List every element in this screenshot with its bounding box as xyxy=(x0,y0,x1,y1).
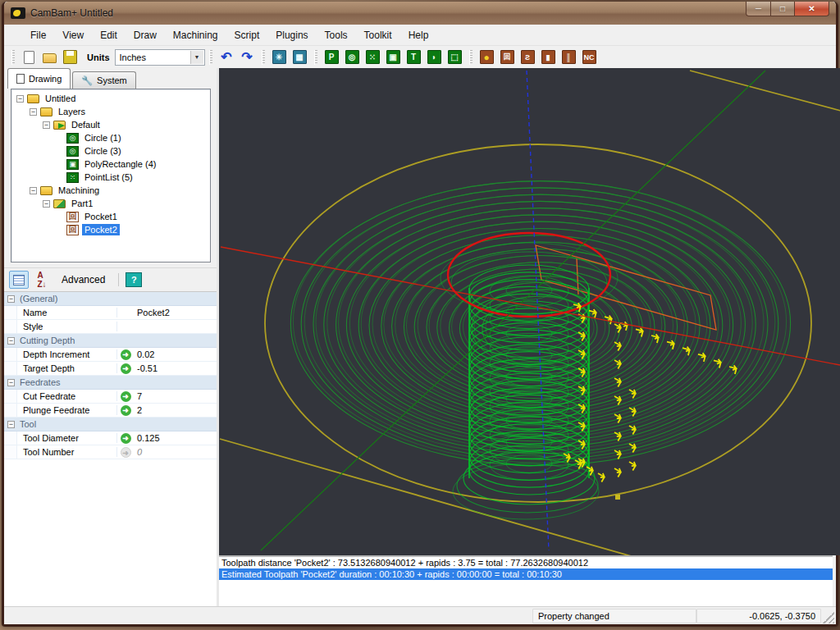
property-value[interactable]: -0.51 xyxy=(134,363,217,373)
maximize-button[interactable]: □ xyxy=(770,2,795,16)
property-value[interactable]: 7 xyxy=(134,391,217,401)
property-category[interactable]: −Feedrates xyxy=(4,376,217,390)
property-row-target-depth[interactable]: Target Depth➜-0.51 xyxy=(4,362,217,376)
units-combobox[interactable]: Inches▼ xyxy=(115,49,205,66)
draw-surface-button[interactable]: ◗ xyxy=(425,48,444,66)
mop-profile-button[interactable]: ● xyxy=(477,48,496,66)
menu-view[interactable]: View xyxy=(54,26,92,44)
link-arrow-icon[interactable]: ➜ xyxy=(121,433,131,444)
menu-edit[interactable]: Edit xyxy=(92,26,126,44)
units-label: Units xyxy=(87,52,110,62)
property-value[interactable]: 0 xyxy=(134,447,217,457)
menu-plugins[interactable]: Plugins xyxy=(267,26,316,44)
categorized-view-button[interactable] xyxy=(9,271,29,289)
tree-item-pointlist-5-[interactable]: ⁙PointList (5) xyxy=(11,171,210,184)
advanced-button[interactable]: Advanced xyxy=(55,274,112,285)
property-value[interactable]: Pocket2 xyxy=(134,308,217,317)
tree-expander[interactable]: − xyxy=(30,187,37,194)
undo-button[interactable]: ↶ xyxy=(217,48,236,66)
category-expander[interactable]: − xyxy=(7,295,15,303)
property-category[interactable]: −Cutting Depth xyxy=(4,334,217,348)
tree-item-part1[interactable]: −Part1 xyxy=(11,197,210,210)
draw-text-button[interactable]: T xyxy=(404,48,423,66)
app-window: CamBam+ Untitled ─ □ ✕ FileViewEditDrawM… xyxy=(2,2,838,627)
toolbar-grip xyxy=(314,50,317,65)
menu-help[interactable]: Help xyxy=(400,26,437,44)
draw-circle-button[interactable]: ◎ xyxy=(343,48,362,66)
app-icon xyxy=(11,7,25,19)
link-arrow-icon[interactable]: ➜ xyxy=(121,405,131,416)
menu-draw[interactable]: Draw xyxy=(126,26,165,44)
property-row-tool-diameter[interactable]: Tool Diameter➜0.125 xyxy=(4,431,217,445)
property-value[interactable]: 2 xyxy=(134,405,217,415)
tree-item-circle-3-[interactable]: ◎Circle (3) xyxy=(11,144,210,158)
open-file-button[interactable] xyxy=(40,48,59,66)
menu-file[interactable]: File xyxy=(22,26,54,44)
mop-drill-button[interactable]: ▮ xyxy=(539,48,558,66)
category-expander[interactable]: − xyxy=(7,379,15,386)
property-row-tool-number[interactable]: Tool Number➜0 xyxy=(4,445,217,459)
tree-expander[interactable]: − xyxy=(16,95,24,103)
menu-tools[interactable]: Tools xyxy=(317,26,356,44)
link-arrow-icon[interactable]: ➜ xyxy=(121,391,131,402)
tree-item-label: Machining xyxy=(56,185,102,196)
toolbar-grip xyxy=(209,50,212,65)
draw-pointlist-icon: ⁙ xyxy=(366,50,380,64)
tree-item-polyrectangle-4-[interactable]: ▣PolyRectangle (4) xyxy=(11,158,210,171)
tab-drawing[interactable]: Drawing xyxy=(7,68,71,89)
save-file-button[interactable] xyxy=(61,48,80,66)
tab-system[interactable]: 🔧System xyxy=(72,71,135,89)
new-file-button[interactable] xyxy=(20,48,39,66)
draw-pointlist-button[interactable]: ⁙ xyxy=(363,48,382,66)
property-row-depth-increment[interactable]: Depth Increment➜0.02 xyxy=(4,348,217,362)
draw-rectangle-button[interactable]: ▣ xyxy=(384,48,403,66)
mop-gcode-button[interactable]: NC xyxy=(580,48,599,66)
property-row-name[interactable]: NamePocket2 xyxy=(4,306,217,320)
help-button[interactable]: ? xyxy=(126,272,142,287)
tree-expander[interactable]: − xyxy=(30,108,37,116)
snap-grid-button[interactable]: ▦ xyxy=(290,48,309,66)
resize-grip[interactable] xyxy=(823,612,834,623)
snap-points-button[interactable]: ✳ xyxy=(270,48,289,66)
redo-button[interactable]: ↷ xyxy=(238,48,257,66)
tree-item-pocket1[interactable]: 回Pocket1 xyxy=(11,210,210,223)
tree-item-pocket2[interactable]: 回Pocket2 xyxy=(11,223,210,236)
category-expander[interactable]: − xyxy=(7,337,15,345)
message-list: Toolpath distance 'Pocket2' : 73.5132680… xyxy=(219,555,833,606)
link-arrow-icon[interactable]: ➜ xyxy=(121,349,131,360)
property-category[interactable]: −(General) xyxy=(4,292,217,306)
property-row-plunge-feedrate[interactable]: Plunge Feedrate➜2 xyxy=(4,404,217,418)
draw-3dshape-button[interactable]: ⬚ xyxy=(445,48,464,66)
tree-item-circle-1-[interactable]: ◎Circle (1) xyxy=(11,131,210,144)
tree-item-machining[interactable]: −Machining xyxy=(11,184,210,197)
property-row-cut-feedrate[interactable]: Cut Feedrate➜7 xyxy=(4,390,217,404)
link-arrow-icon[interactable]: ➜ xyxy=(121,363,131,374)
draw-polyline-button[interactable]: P xyxy=(322,48,341,66)
close-button[interactable]: ✕ xyxy=(795,2,829,16)
property-category[interactable]: −Tool xyxy=(4,418,217,431)
category-expander[interactable]: − xyxy=(7,421,15,428)
message-row[interactable]: Toolpath distance 'Pocket2' : 73.5132680… xyxy=(219,557,833,568)
tree-item-default[interactable]: −Default xyxy=(11,118,210,131)
az-sort-icon: AZ↓ xyxy=(37,271,46,289)
mop-pocket-button[interactable]: 回 xyxy=(498,48,517,66)
viewport-3d[interactable] xyxy=(219,68,833,555)
mop-lathe-button[interactable]: ║ xyxy=(559,48,578,66)
menu-script[interactable]: Script xyxy=(226,26,268,44)
tree-expander[interactable]: − xyxy=(43,200,50,208)
property-value[interactable]: 0.125 xyxy=(134,433,217,443)
message-row[interactable]: Estimated Toolpath 'Pocket2' duration : … xyxy=(219,568,833,580)
mop-engrave-button[interactable]: Ƨ xyxy=(518,48,537,66)
minimize-button[interactable]: ─ xyxy=(746,2,770,16)
menu-toolkit[interactable]: Toolkit xyxy=(356,26,400,44)
menu-machining[interactable]: Machining xyxy=(165,26,226,44)
title-bar[interactable]: CamBam+ Untitled ─ □ ✕ xyxy=(4,2,836,25)
property-grid: −(General)NamePocket2Style−Cutting Depth… xyxy=(4,291,217,606)
tree-item-layers[interactable]: −Layers xyxy=(11,105,210,118)
property-value[interactable]: 0.02 xyxy=(134,349,217,359)
draw-text-icon: T xyxy=(407,50,421,64)
tree-expander[interactable]: − xyxy=(43,121,50,129)
alphabetical-sort-button[interactable]: AZ↓ xyxy=(32,271,52,289)
tree-item-untitled[interactable]: −Untitled xyxy=(11,92,210,105)
property-row-style[interactable]: Style xyxy=(4,320,217,334)
